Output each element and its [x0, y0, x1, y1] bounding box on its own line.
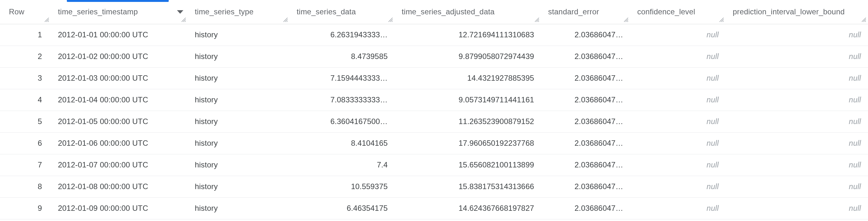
table-row[interactable]: 72012-01-07 00:00:00 UTChistory7.415.656…: [0, 154, 868, 176]
cell-conf: null: [630, 132, 726, 154]
column-header-pilb[interactable]: prediction_interval_lower_bound: [726, 0, 868, 24]
table-header-row: Row time_series_timestamp time_ser: [0, 0, 868, 24]
table-row[interactable]: 92012-01-09 00:00:00 UTChistory6.4635417…: [0, 197, 868, 219]
cell-stderr: 2.03686047…: [541, 24, 630, 46]
column-header-stderr[interactable]: standard_error: [541, 0, 630, 24]
cell-adjusted: 15.656082100113899: [395, 154, 541, 176]
cell-pilb: null: [726, 89, 868, 111]
cell-data: 6.46354175: [290, 197, 395, 219]
cell-adjusted: 14.4321927885395: [395, 67, 541, 89]
cell-stderr: 2.03686047…: [541, 111, 630, 132]
cell-timestamp: 2012-01-05 00:00:00 UTC: [51, 111, 188, 132]
sort-desc-icon[interactable]: [177, 10, 183, 14]
cell-type: history: [188, 197, 290, 219]
cell-pilb: null: [726, 67, 868, 89]
column-header-adjusted[interactable]: time_series_adjusted_data: [395, 0, 541, 24]
column-header-label: Row: [9, 7, 25, 16]
cell-stderr: 2.03686047…: [541, 67, 630, 89]
cell-type: history: [188, 111, 290, 132]
column-header-label: confidence_level: [637, 7, 695, 16]
cell-adjusted: 9.0573149711441161: [395, 89, 541, 111]
cell-stderr: 2.03686047…: [541, 89, 630, 111]
cell-timestamp: 2012-01-03 00:00:00 UTC: [51, 67, 188, 89]
column-resize-handle[interactable]: [181, 17, 187, 23]
cell-conf: null: [630, 24, 726, 46]
cell-adjusted: 11.263523900879152: [395, 111, 541, 132]
cell-conf: null: [630, 111, 726, 132]
cell-row-index: 3: [0, 67, 51, 89]
column-header-label: prediction_interval_lower_bound: [733, 7, 845, 16]
cell-row-index: 1: [0, 24, 51, 46]
cell-timestamp: 2012-01-01 00:00:00 UTC: [51, 24, 188, 46]
cell-adjusted: 14.624367668197827: [395, 197, 541, 219]
cell-adjusted: 12.721694111310683: [395, 24, 541, 46]
column-resize-handle[interactable]: [719, 17, 724, 23]
column-header-label: time_series_type: [195, 7, 254, 16]
column-resize-handle[interactable]: [44, 17, 50, 23]
cell-row-index: 6: [0, 132, 51, 154]
cell-row-index: 7: [0, 154, 51, 176]
cell-row-index: 4: [0, 89, 51, 111]
cell-row-index: 5: [0, 111, 51, 132]
table-body: 12012-01-01 00:00:00 UTChistory6.2631943…: [0, 24, 868, 219]
column-header-timestamp[interactable]: time_series_timestamp: [51, 0, 188, 24]
cell-adjusted: 9.8799058072974439: [395, 46, 541, 67]
column-resize-handle[interactable]: [623, 17, 629, 23]
table-row[interactable]: 52012-01-05 00:00:00 UTChistory6.3604167…: [0, 111, 868, 132]
cell-conf: null: [630, 197, 726, 219]
cell-conf: null: [630, 67, 726, 89]
cell-timestamp: 2012-01-09 00:00:00 UTC: [51, 197, 188, 219]
table-row[interactable]: 62012-01-06 00:00:00 UTChistory8.4104165…: [0, 132, 868, 154]
column-header-data[interactable]: time_series_data: [290, 0, 395, 24]
column-header-label: time_series_adjusted_data: [402, 7, 495, 16]
cell-type: history: [188, 89, 290, 111]
results-table-container: Row time_series_timestamp time_ser: [0, 0, 868, 219]
cell-stderr: 2.03686047…: [541, 197, 630, 219]
column-header-row[interactable]: Row: [0, 0, 51, 24]
column-header-conf[interactable]: confidence_level: [630, 0, 726, 24]
column-resize-handle[interactable]: [861, 17, 867, 23]
column-header-label: standard_error: [548, 7, 599, 16]
cell-pilb: null: [726, 111, 868, 132]
column-resize-handle[interactable]: [283, 17, 288, 23]
cell-timestamp: 2012-01-02 00:00:00 UTC: [51, 46, 188, 67]
cell-type: history: [188, 154, 290, 176]
cell-row-index: 2: [0, 46, 51, 67]
cell-type: history: [188, 176, 290, 197]
cell-row-index: 9: [0, 197, 51, 219]
cell-conf: null: [630, 154, 726, 176]
table-row[interactable]: 32012-01-03 00:00:00 UTChistory7.1594443…: [0, 67, 868, 89]
cell-type: history: [188, 24, 290, 46]
column-resize-handle[interactable]: [388, 17, 394, 23]
cell-timestamp: 2012-01-07 00:00:00 UTC: [51, 154, 188, 176]
cell-pilb: null: [726, 46, 868, 67]
cell-data: 7.1594443333…: [290, 67, 395, 89]
cell-data: 7.0833333333…: [290, 89, 395, 111]
column-header-label: time_series_timestamp: [58, 7, 138, 16]
cell-conf: null: [630, 176, 726, 197]
column-header-type[interactable]: time_series_type: [188, 0, 290, 24]
cell-conf: null: [630, 89, 726, 111]
table-row[interactable]: 12012-01-01 00:00:00 UTChistory6.2631943…: [0, 24, 868, 46]
cell-stderr: 2.03686047…: [541, 46, 630, 67]
cell-stderr: 2.03686047…: [541, 176, 630, 197]
cell-stderr: 2.03686047…: [541, 132, 630, 154]
table-row[interactable]: 22012-01-02 00:00:00 UTChistory8.4739585…: [0, 46, 868, 67]
table-row[interactable]: 42012-01-04 00:00:00 UTChistory7.0833333…: [0, 89, 868, 111]
cell-pilb: null: [726, 197, 868, 219]
cell-pilb: null: [726, 24, 868, 46]
column-header-label: time_series_data: [297, 7, 356, 16]
column-resize-handle[interactable]: [534, 17, 540, 23]
cell-type: history: [188, 46, 290, 67]
cell-adjusted: 17.960650192237768: [395, 132, 541, 154]
cell-data: 7.4: [290, 154, 395, 176]
cell-adjusted: 15.838175314313666: [395, 176, 541, 197]
cell-timestamp: 2012-01-08 00:00:00 UTC: [51, 176, 188, 197]
cell-pilb: null: [726, 132, 868, 154]
results-table: Row time_series_timestamp time_ser: [0, 0, 868, 219]
table-row[interactable]: 82012-01-08 00:00:00 UTChistory10.559375…: [0, 176, 868, 197]
cell-data: 8.4739585: [290, 46, 395, 67]
cell-timestamp: 2012-01-06 00:00:00 UTC: [51, 132, 188, 154]
cell-data: 8.4104165: [290, 132, 395, 154]
cell-data: 10.559375: [290, 176, 395, 197]
